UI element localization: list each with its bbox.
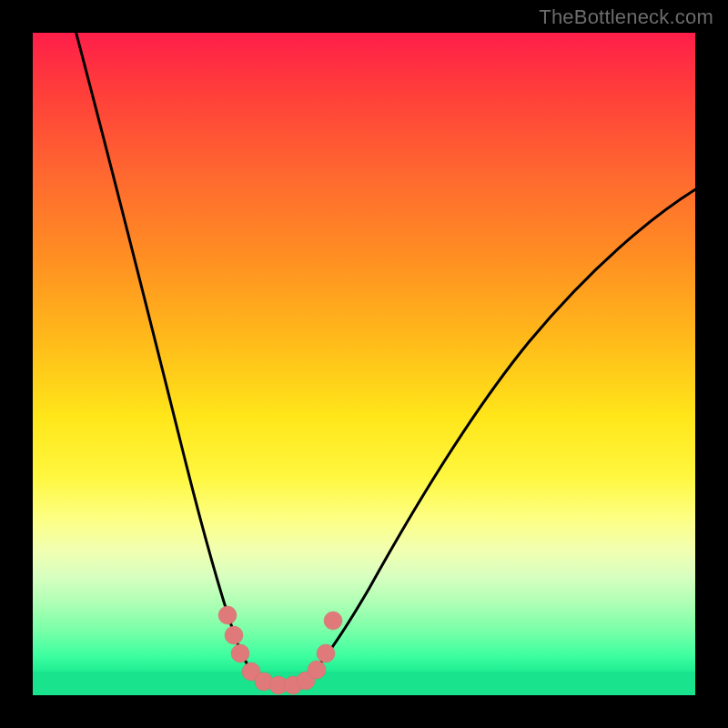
marker-dot <box>231 644 249 662</box>
plot-area <box>33 33 695 695</box>
marker-dot <box>324 612 342 630</box>
curve-left <box>74 33 268 684</box>
marker-dot <box>308 661 326 679</box>
marker-dot <box>218 606 237 624</box>
chart-frame: TheBottleneck.com <box>0 0 728 728</box>
dip-markers-group <box>218 606 342 694</box>
marker-dot <box>317 644 335 662</box>
curve-right <box>298 183 695 686</box>
chart-svg <box>33 33 695 695</box>
marker-dot <box>225 626 243 644</box>
watermark-text: TheBottleneck.com <box>539 5 713 29</box>
